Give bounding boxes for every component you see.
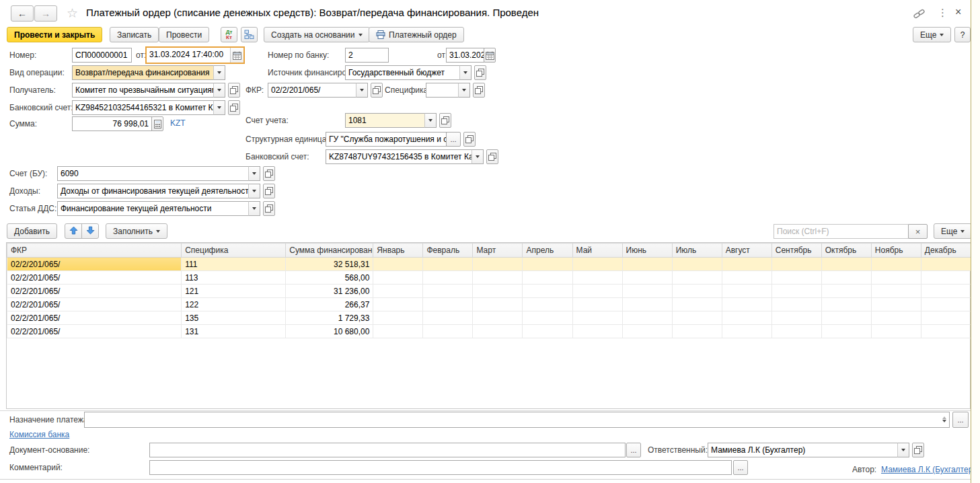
print-payment-order-button[interactable]: Платежный ордер	[369, 27, 464, 42]
post-button[interactable]: Провести	[159, 27, 209, 42]
recipient-dropdown[interactable]	[213, 83, 225, 98]
date-field[interactable]: 31.03.2024 17:40:00	[145, 46, 245, 64]
search-input[interactable]	[774, 224, 909, 239]
favorite-star-icon[interactable]: ☆	[67, 5, 78, 21]
column-header-month[interactable]: Октябрь	[821, 244, 871, 258]
responsible-field[interactable]: Мамиева Л.К (Бухгалтер)	[708, 443, 898, 457]
calendar-icon[interactable]	[230, 48, 243, 63]
open-icon[interactable]	[474, 65, 486, 80]
account-bu-field[interactable]: 6090	[57, 166, 249, 181]
bank-date-field[interactable]: 31.03.2024	[446, 48, 484, 63]
bank-commission-link[interactable]: Комиссия банка	[9, 430, 69, 439]
operation-dropdown[interactable]	[213, 65, 225, 80]
dds-dropdown[interactable]	[248, 201, 260, 216]
move-up-button[interactable]	[65, 223, 82, 239]
spinner-icon[interactable]	[942, 416, 946, 422]
column-header-month[interactable]: Декабрь	[921, 244, 971, 258]
column-header-month[interactable]: Апрель	[523, 244, 572, 258]
purpose-field[interactable]	[84, 412, 950, 428]
dt-kt-postings-button[interactable]: ДтКт	[221, 27, 237, 42]
ellipsis-button[interactable]: ...	[733, 460, 748, 475]
comment-field[interactable]	[149, 460, 732, 475]
financing-table[interactable]: ФКР Специфика Сумма финансирования Январ…	[7, 243, 971, 338]
column-header-fkr[interactable]: ФКР	[7, 244, 182, 258]
funding-source-field[interactable]: Государственный бюджет	[345, 65, 460, 80]
write-button[interactable]: Записать	[110, 27, 159, 42]
back-button[interactable]: ←	[11, 5, 34, 22]
create-on-basis-button[interactable]: Создать на основании	[264, 27, 370, 42]
column-header-month[interactable]: Февраль	[423, 244, 473, 258]
related-documents-button[interactable]	[241, 27, 258, 42]
form-more-button[interactable]: Еще	[913, 27, 951, 42]
income-dropdown[interactable]	[248, 184, 260, 198]
specifics-field[interactable]	[426, 83, 459, 98]
table-row[interactable]: 02/2/201/065/ 135 1 729,33	[7, 311, 971, 325]
open-icon[interactable]	[371, 83, 383, 98]
open-icon[interactable]	[439, 113, 451, 128]
funding-source-dropdown[interactable]	[459, 65, 472, 80]
table-row[interactable]: 02/2/201/065/ 113 568,00	[7, 271, 971, 285]
amount-field[interactable]: 76 998,01	[72, 116, 152, 131]
specifics-dropdown[interactable]	[458, 83, 470, 98]
open-icon[interactable]	[263, 201, 275, 216]
open-icon[interactable]	[473, 83, 485, 98]
fkr-dropdown[interactable]	[356, 83, 368, 98]
table-row[interactable]: 02/2/201/065/ 111 32 518,31	[7, 258, 971, 271]
fkr-field[interactable]: 02/2/201/065/	[268, 83, 356, 98]
ellipsis-button[interactable]: ...	[626, 443, 641, 457]
column-header-sum[interactable]: Сумма финансирования	[286, 244, 373, 258]
table-row[interactable]: 02/2/201/065/ 131 10 680,00	[7, 325, 971, 338]
number-field[interactable]: СП000000001	[72, 48, 132, 63]
fill-button[interactable]: Заполнить	[106, 223, 167, 239]
ellipsis-button[interactable]: ...	[446, 132, 461, 147]
ellipsis-button[interactable]: ...	[952, 412, 969, 428]
dds-field[interactable]: Финансирование текущей деятельности	[57, 201, 249, 216]
bank-account-2-field[interactable]: KZ87487UY97432156435 в Комитет Каз	[326, 149, 472, 164]
column-header-month[interactable]: Июль	[672, 244, 722, 258]
open-icon[interactable]	[463, 132, 476, 147]
author-link[interactable]: Мамиева Л.К (Бухгалтер)	[881, 465, 975, 474]
move-down-button[interactable]	[81, 223, 99, 239]
structural-unit-field[interactable]: ГУ "Служба пожаротушения и спаса	[326, 132, 447, 147]
column-header-month[interactable]: Май	[572, 244, 622, 258]
add-row-button[interactable]: Добавить	[7, 223, 57, 239]
column-header-month[interactable]: Ноябрь	[871, 244, 921, 258]
column-header-month[interactable]: Март	[473, 244, 523, 258]
get-link-icon[interactable]	[913, 8, 925, 22]
column-header-month[interactable]: Январь	[373, 244, 423, 258]
bank-number-field[interactable]: 2	[345, 48, 389, 63]
open-icon[interactable]	[228, 83, 240, 98]
recipient-field[interactable]: Комитет по чрезвычайным ситуациям МВ	[72, 83, 214, 98]
help-button[interactable]: ?	[954, 27, 971, 42]
calendar-icon[interactable]	[484, 48, 496, 63]
column-header-month[interactable]: Август	[722, 244, 771, 258]
post-and-close-button[interactable]: Провести и закрыть	[7, 27, 102, 42]
open-icon[interactable]	[912, 443, 924, 457]
accounting-account-dropdown[interactable]	[424, 113, 437, 128]
column-header-spec[interactable]: Специфика	[182, 244, 286, 258]
table-more-button[interactable]: Еще	[934, 223, 972, 239]
table-row[interactable]: 02/2/201/065/ 122 266,37	[7, 298, 971, 311]
income-field[interactable]: Доходы от финансирования текущей деятель…	[57, 184, 249, 198]
open-icon[interactable]	[228, 100, 240, 115]
open-icon[interactable]	[263, 184, 275, 198]
bank-account-2-dropdown[interactable]	[472, 149, 484, 164]
accounting-account-field[interactable]: 1081	[345, 113, 425, 128]
open-icon[interactable]	[486, 149, 498, 164]
kebab-menu-icon[interactable]: ⋮	[938, 7, 948, 19]
close-icon[interactable]: ×	[955, 6, 961, 18]
operation-field[interactable]: Возврат/передача финансирования	[72, 65, 214, 80]
account-bu-dropdown[interactable]	[248, 166, 260, 181]
bank-account-dropdown[interactable]	[213, 100, 225, 115]
bank-account-field[interactable]: KZ984521032544165321 в Комитет Казна	[72, 100, 214, 115]
open-icon[interactable]	[263, 166, 275, 181]
calculator-icon[interactable]	[151, 116, 163, 131]
column-header-month[interactable]: Июнь	[622, 244, 672, 258]
clear-search-icon[interactable]: ×	[908, 224, 928, 239]
forward-button[interactable]: →	[34, 5, 57, 22]
column-header-month[interactable]: Сентябрь	[771, 244, 821, 258]
responsible-dropdown[interactable]	[897, 443, 909, 457]
currency-link[interactable]: KZT	[170, 118, 186, 128]
base-document-field[interactable]	[149, 443, 626, 457]
table-row[interactable]: 02/2/201/065/ 121 31 236,00	[7, 285, 971, 298]
